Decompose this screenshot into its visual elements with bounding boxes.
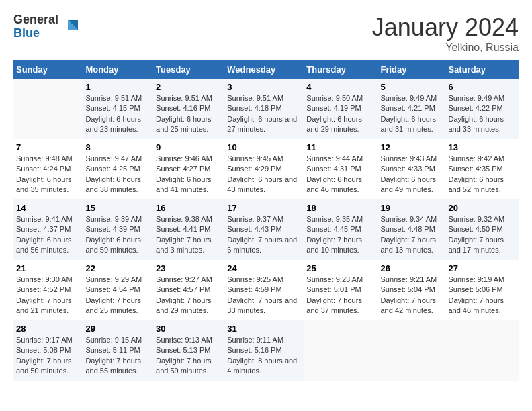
week-row-4: 21 Sunrise: 9:30 AM Sunset: 4:52 PM Dayl… xyxy=(13,260,519,320)
sunset-text: Sunset: 4:48 PM xyxy=(381,225,435,233)
day-info: Sunrise: 9:50 AM Sunset: 4:19 PM Dayligh… xyxy=(306,93,375,135)
sunrise-text: Sunrise: 9:21 AM xyxy=(381,275,437,283)
daylight-text: Daylight: 7 hours and 42 minutes. xyxy=(381,296,437,314)
sunset-text: Sunset: 4:50 PM xyxy=(448,225,502,233)
day-number: 27 xyxy=(448,263,516,273)
daylight-text: Daylight: 6 hours and 31 minutes. xyxy=(381,115,437,133)
day-number: 21 xyxy=(16,263,80,273)
day-number: 16 xyxy=(156,203,222,213)
day-info: Sunrise: 9:47 AM Sunset: 4:25 PM Dayligh… xyxy=(85,154,150,195)
sunset-text: Sunset: 4:37 PM xyxy=(16,225,71,233)
daylight-text: Daylight: 7 hours and 37 minutes. xyxy=(306,296,362,314)
daylight-text: Daylight: 7 hours and 3 minutes. xyxy=(156,236,212,254)
day-cell: 17 Sunrise: 9:37 AM Sunset: 4:43 PM Dayl… xyxy=(224,199,304,260)
day-number: 22 xyxy=(85,263,150,273)
day-number: 7 xyxy=(16,142,80,152)
week-row-1: 1 Sunrise: 9:51 AM Sunset: 4:15 PM Dayli… xyxy=(13,79,519,139)
sunset-text: Sunset: 5:04 PM xyxy=(381,285,435,293)
day-cell: 6 Sunrise: 9:49 AM Sunset: 4:22 PM Dayli… xyxy=(445,79,519,139)
day-number: 24 xyxy=(227,263,301,273)
day-number: 3 xyxy=(227,82,301,92)
day-cell: 20 Sunrise: 9:32 AM Sunset: 4:50 PM Dayl… xyxy=(445,199,519,260)
day-cell: 24 Sunrise: 9:25 AM Sunset: 4:59 PM Dayl… xyxy=(224,260,304,320)
header-row: Sunday Monday Tuesday Wednesday Thursday… xyxy=(13,60,519,79)
day-number: 31 xyxy=(227,324,301,334)
sunset-text: Sunset: 4:27 PM xyxy=(156,165,210,173)
day-number: 6 xyxy=(448,82,516,92)
day-number: 17 xyxy=(227,203,301,213)
day-info: Sunrise: 9:19 AM Sunset: 5:06 PM Dayligh… xyxy=(448,275,516,316)
sunrise-text: Sunrise: 9:51 AM xyxy=(156,94,212,102)
day-cell: 30 Sunrise: 9:13 AM Sunset: 5:13 PM Dayl… xyxy=(153,320,224,381)
week-row-5: 28 Sunrise: 9:17 AM Sunset: 5:08 PM Dayl… xyxy=(13,320,519,381)
day-info: Sunrise: 9:49 AM Sunset: 4:21 PM Dayligh… xyxy=(381,93,443,135)
sunset-text: Sunset: 4:39 PM xyxy=(85,225,140,233)
day-number: 18 xyxy=(306,203,375,213)
daylight-text: Daylight: 6 hours and 27 minutes. xyxy=(227,115,297,133)
sunrise-text: Sunrise: 9:23 AM xyxy=(306,275,363,283)
logo-general-text: General xyxy=(13,13,58,27)
day-info: Sunrise: 9:49 AM Sunset: 4:22 PM Dayligh… xyxy=(448,93,516,135)
sunrise-text: Sunrise: 9:49 AM xyxy=(381,94,437,102)
daylight-text: Daylight: 7 hours and 46 minutes. xyxy=(448,296,504,314)
day-number: 25 xyxy=(306,263,375,273)
sunset-text: Sunset: 5:11 PM xyxy=(85,346,140,354)
sunset-text: Sunset: 4:15 PM xyxy=(85,104,140,112)
week-row-2: 7 Sunrise: 9:48 AM Sunset: 4:24 PM Dayli… xyxy=(13,139,519,199)
sunrise-text: Sunrise: 9:29 AM xyxy=(85,275,142,283)
header-friday: Friday xyxy=(378,60,446,79)
daylight-text: Daylight: 6 hours and 23 minutes. xyxy=(85,115,141,133)
daylight-text: Daylight: 7 hours and 50 minutes. xyxy=(16,357,72,375)
day-cell: 22 Sunrise: 9:29 AM Sunset: 4:54 PM Dayl… xyxy=(83,260,153,320)
sunset-text: Sunset: 4:33 PM xyxy=(381,165,435,173)
daylight-text: Daylight: 7 hours and 59 minutes. xyxy=(156,357,212,375)
sunrise-text: Sunrise: 9:13 AM xyxy=(156,336,212,344)
daylight-text: Daylight: 6 hours and 25 minutes. xyxy=(156,115,212,133)
sunrise-text: Sunrise: 9:42 AM xyxy=(448,154,504,163)
day-info: Sunrise: 9:15 AM Sunset: 5:11 PM Dayligh… xyxy=(85,335,150,377)
daylight-text: Daylight: 7 hours and 6 minutes. xyxy=(227,236,297,254)
daylight-text: Daylight: 6 hours and 56 minutes. xyxy=(16,236,72,254)
day-cell xyxy=(13,79,83,139)
sunrise-text: Sunrise: 9:48 AM xyxy=(16,154,73,163)
sunrise-text: Sunrise: 9:41 AM xyxy=(16,215,73,223)
day-cell xyxy=(304,320,378,381)
header-saturday: Saturday xyxy=(445,60,519,79)
day-info: Sunrise: 9:23 AM Sunset: 5:01 PM Dayligh… xyxy=(306,275,375,316)
day-info: Sunrise: 9:35 AM Sunset: 4:45 PM Dayligh… xyxy=(306,214,375,256)
day-info: Sunrise: 9:46 AM Sunset: 4:27 PM Dayligh… xyxy=(156,154,222,195)
sunset-text: Sunset: 5:13 PM xyxy=(156,346,210,354)
day-cell: 1 Sunrise: 9:51 AM Sunset: 4:15 PM Dayli… xyxy=(83,79,153,139)
header-monday: Monday xyxy=(83,60,153,79)
day-cell: 19 Sunrise: 9:34 AM Sunset: 4:48 PM Dayl… xyxy=(378,199,446,260)
day-number: 12 xyxy=(381,142,443,152)
daylight-text: Daylight: 7 hours and 25 minutes. xyxy=(85,296,141,314)
day-info: Sunrise: 9:37 AM Sunset: 4:43 PM Dayligh… xyxy=(227,214,301,256)
day-cell: 21 Sunrise: 9:30 AM Sunset: 4:52 PM Dayl… xyxy=(13,260,83,320)
day-info: Sunrise: 9:41 AM Sunset: 4:37 PM Dayligh… xyxy=(16,214,80,256)
calendar-body: 1 Sunrise: 9:51 AM Sunset: 4:15 PM Dayli… xyxy=(13,79,519,381)
daylight-text: Daylight: 7 hours and 17 minutes. xyxy=(448,236,504,254)
sunset-text: Sunset: 5:01 PM xyxy=(306,285,361,293)
day-info: Sunrise: 9:27 AM Sunset: 4:57 PM Dayligh… xyxy=(156,275,222,316)
day-number: 13 xyxy=(448,142,516,152)
daylight-text: Daylight: 7 hours and 10 minutes. xyxy=(306,236,362,254)
daylight-text: Daylight: 6 hours and 38 minutes. xyxy=(85,175,141,193)
sunset-text: Sunset: 4:41 PM xyxy=(156,225,210,233)
logo-icon xyxy=(61,17,81,37)
day-cell: 27 Sunrise: 9:19 AM Sunset: 5:06 PM Dayl… xyxy=(445,260,519,320)
day-cell: 2 Sunrise: 9:51 AM Sunset: 4:16 PM Dayli… xyxy=(153,79,224,139)
daylight-text: Daylight: 6 hours and 33 minutes. xyxy=(448,115,504,133)
daylight-text: Daylight: 6 hours and 52 minutes. xyxy=(448,175,504,193)
header-thursday: Thursday xyxy=(304,60,378,79)
title-block: January 2024 Yelkino, Russia xyxy=(372,13,519,54)
day-info: Sunrise: 9:45 AM Sunset: 4:29 PM Dayligh… xyxy=(227,154,301,195)
sunset-text: Sunset: 4:25 PM xyxy=(85,165,140,173)
calendar-header: Sunday Monday Tuesday Wednesday Thursday… xyxy=(13,60,519,79)
sunrise-text: Sunrise: 9:38 AM xyxy=(156,215,212,223)
day-number: 9 xyxy=(156,142,222,152)
day-info: Sunrise: 9:51 AM Sunset: 4:18 PM Dayligh… xyxy=(227,93,301,135)
day-cell: 23 Sunrise: 9:27 AM Sunset: 4:57 PM Dayl… xyxy=(153,260,224,320)
week-row-3: 14 Sunrise: 9:41 AM Sunset: 4:37 PM Dayl… xyxy=(13,199,519,260)
sunrise-text: Sunrise: 9:51 AM xyxy=(227,94,283,102)
